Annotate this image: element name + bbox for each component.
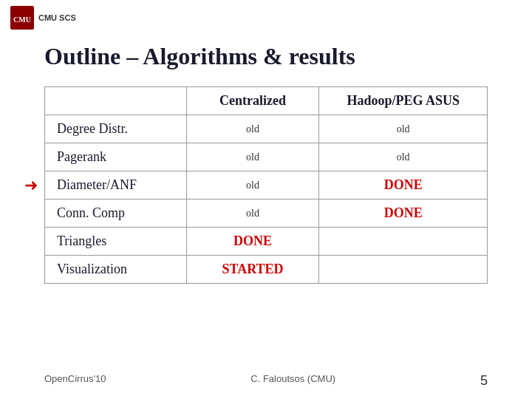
row-label-pagerank: Pagerank — [45, 143, 187, 171]
main-content: Outline – Algorithms & results Centraliz… — [0, 35, 532, 291]
cell-visualization-hadoop — [319, 256, 488, 284]
row-label-diameter: ➜ Diameter/ANF — [45, 171, 187, 200]
row-label-degree-distr: Degree Distr. — [45, 115, 187, 143]
row-label-visualization: Visualization — [45, 256, 187, 284]
col-header-hadoop: Hadoop/PEG ASUS — [319, 87, 488, 115]
table-header-row: Centralized Hadoop/PEG ASUS — [45, 87, 488, 115]
header-title: CMU SCS — [38, 13, 76, 22]
cell-degree-hadoop: old — [319, 115, 488, 143]
cell-pagerank-hadoop: old — [319, 143, 488, 171]
header: CMU CMU SCS — [0, 0, 532, 35]
svg-text:CMU: CMU — [13, 16, 31, 24]
logo-area: CMU CMU SCS — [10, 6, 76, 30]
cell-pagerank-centralized: old — [186, 143, 319, 171]
cell-conn-hadoop: DONE — [319, 200, 488, 228]
cell-triangles-centralized: DONE — [186, 228, 319, 256]
cell-visualization-centralized: STARTED — [186, 256, 319, 284]
cell-conn-centralized: old — [186, 200, 319, 228]
footer: OpenCirrus'10 C. Faloutsos (CMU) 5 — [0, 373, 532, 389]
cell-triangles-hadoop — [319, 228, 488, 256]
col-header-empty — [45, 87, 187, 115]
table-row: Pagerank old old — [45, 143, 488, 171]
outline-table: Centralized Hadoop/PEG ASUS Degree Distr… — [44, 86, 488, 284]
table-row: Triangles DONE — [45, 228, 488, 256]
page-title: Outline – Algorithms & results — [44, 43, 488, 70]
col-header-centralized: Centralized — [186, 87, 319, 115]
cell-degree-centralized: old — [186, 115, 319, 143]
cell-diameter-centralized: old — [186, 171, 319, 200]
cmu-logo-icon: CMU — [10, 6, 34, 30]
footer-center: C. Faloutsos (CMU) — [250, 373, 335, 389]
cell-diameter-hadoop: DONE — [319, 171, 488, 200]
table-row: Conn. Comp old DONE — [45, 200, 488, 228]
footer-left: OpenCirrus'10 — [44, 373, 106, 389]
row-label-conn-comp: Conn. Comp — [45, 200, 187, 228]
table-row-highlighted: ➜ Diameter/ANF old DONE — [45, 171, 488, 200]
footer-page-number: 5 — [480, 373, 488, 389]
row-label-triangles: Triangles — [45, 228, 187, 256]
arrow-icon: ➜ — [24, 176, 38, 195]
table-row: Visualization STARTED — [45, 256, 488, 284]
table-row: Degree Distr. old old — [45, 115, 488, 143]
